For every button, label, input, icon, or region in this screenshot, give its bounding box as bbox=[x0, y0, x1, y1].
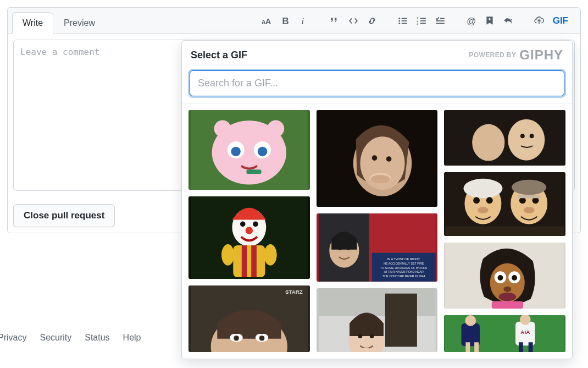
gif-thumbnail[interactable] bbox=[317, 288, 438, 352]
bold-icon[interactable]: B bbox=[278, 14, 292, 28]
heading-icon[interactable]: AA bbox=[259, 14, 274, 28]
svg-text:B: B bbox=[282, 16, 289, 26]
svg-point-54 bbox=[370, 175, 390, 183]
svg-rect-8 bbox=[401, 20, 407, 21]
svg-rect-104 bbox=[466, 342, 470, 352]
svg-point-4 bbox=[398, 18, 400, 19]
svg-point-31 bbox=[240, 222, 246, 227]
mention-icon[interactable]: @ bbox=[464, 14, 478, 28]
footer-security[interactable]: Security bbox=[40, 333, 71, 343]
tab-preview[interactable]: Preview bbox=[53, 12, 106, 34]
svg-point-26 bbox=[214, 120, 231, 137]
svg-point-27 bbox=[267, 120, 284, 137]
svg-rect-34 bbox=[233, 245, 265, 277]
gif-thumbnail[interactable] bbox=[444, 243, 565, 309]
svg-rect-109 bbox=[519, 342, 523, 352]
gif-thumbnail[interactable] bbox=[444, 172, 565, 236]
svg-point-76 bbox=[520, 134, 525, 138]
svg-rect-88 bbox=[518, 195, 540, 198]
svg-point-75 bbox=[508, 119, 545, 161]
reference-icon[interactable] bbox=[482, 14, 497, 28]
svg-point-44 bbox=[234, 336, 239, 341]
svg-point-33 bbox=[246, 227, 253, 234]
tab-write[interactable]: Write bbox=[12, 12, 53, 34]
svg-rect-36 bbox=[251, 245, 257, 277]
italic-icon[interactable]: i bbox=[297, 14, 311, 28]
gif-thumbnail[interactable] bbox=[444, 110, 565, 166]
svg-rect-47 bbox=[254, 331, 269, 334]
gif-thumbnail[interactable] bbox=[188, 110, 310, 190]
site-footer: Privacy Security Status Help bbox=[0, 333, 141, 343]
task-list-icon[interactable] bbox=[433, 14, 447, 28]
gif-thumbnail[interactable]: STARZ bbox=[188, 285, 310, 352]
svg-text:AT FAIR HAVEN POND NEAR: AT FAIR HAVEN POND NEAR bbox=[384, 270, 423, 273]
svg-point-97 bbox=[512, 275, 517, 281]
svg-point-99 bbox=[499, 292, 517, 301]
upload-icon[interactable] bbox=[532, 14, 546, 28]
formatting-toolbar: AA B i 123 @ bbox=[259, 14, 576, 32]
svg-rect-110 bbox=[529, 342, 533, 352]
svg-rect-46 bbox=[229, 331, 244, 334]
svg-text:3: 3 bbox=[417, 21, 418, 25]
svg-point-98 bbox=[504, 287, 512, 292]
svg-rect-28 bbox=[246, 169, 261, 174]
svg-point-89 bbox=[524, 207, 535, 213]
gif-thumbnail[interactable] bbox=[188, 196, 310, 279]
footer-status[interactable]: Status bbox=[85, 333, 109, 343]
gif-thumbnail[interactable] bbox=[317, 110, 438, 207]
link-icon[interactable] bbox=[365, 14, 379, 28]
gif-button[interactable]: GIF bbox=[551, 15, 570, 26]
svg-point-82 bbox=[486, 197, 493, 204]
svg-text:i: i bbox=[301, 16, 304, 26]
bullet-list-icon[interactable] bbox=[396, 14, 410, 28]
giphy-attribution: POWERED BY GIPHY bbox=[469, 47, 563, 63]
svg-text:AIA: AIA bbox=[521, 328, 530, 334]
code-icon[interactable] bbox=[346, 14, 360, 28]
svg-rect-68 bbox=[385, 294, 417, 347]
svg-point-51 bbox=[371, 155, 377, 161]
svg-text:A: A bbox=[265, 17, 271, 25]
gif-thumbnail[interactable]: IN A TWIST OF IRONY,HE ACCIDENTALLY SET … bbox=[317, 213, 438, 282]
svg-point-83 bbox=[478, 207, 489, 213]
svg-point-37 bbox=[221, 244, 234, 266]
svg-point-81 bbox=[474, 197, 480, 204]
svg-rect-15 bbox=[420, 23, 425, 24]
svg-point-45 bbox=[259, 336, 265, 341]
svg-point-6 bbox=[398, 23, 400, 24]
svg-rect-18 bbox=[436, 23, 445, 24]
tabs: Write Preview bbox=[12, 12, 106, 34]
svg-text:THE CONCORD RIVER IN 1844: THE CONCORD RIVER IN 1844 bbox=[382, 274, 425, 278]
reply-icon[interactable] bbox=[501, 14, 515, 28]
svg-rect-90 bbox=[445, 226, 564, 236]
numbered-list-icon[interactable]: 123 bbox=[414, 14, 429, 28]
svg-rect-17 bbox=[436, 20, 445, 21]
svg-point-85 bbox=[512, 179, 546, 195]
gif-search-input[interactable] bbox=[190, 70, 564, 96]
svg-text:STARZ: STARZ bbox=[285, 289, 303, 295]
gif-search-wrap bbox=[182, 68, 572, 103]
powered-by-label: POWERED BY bbox=[469, 51, 516, 59]
footer-help[interactable]: Help bbox=[123, 333, 141, 343]
close-pull-request-button[interactable]: Close pull request bbox=[13, 204, 115, 227]
svg-point-52 bbox=[386, 156, 391, 162]
svg-rect-67 bbox=[319, 288, 436, 316]
svg-text:TO SOME 300 ACRES OF WOODS: TO SOME 300 ACRES OF WOODS bbox=[380, 266, 428, 270]
quote-icon[interactable] bbox=[328, 14, 342, 28]
svg-point-25 bbox=[258, 147, 267, 156]
footer-privacy[interactable]: Privacy bbox=[0, 333, 26, 343]
svg-rect-16 bbox=[440, 18, 445, 19]
gif-thumbnail[interactable]: AIA bbox=[444, 315, 565, 352]
svg-rect-14 bbox=[420, 20, 425, 21]
svg-point-103 bbox=[465, 315, 476, 326]
svg-rect-73 bbox=[445, 110, 564, 166]
svg-text:IN A TWIST OF IRONY,: IN A TWIST OF IRONY, bbox=[387, 257, 420, 261]
svg-point-71 bbox=[369, 334, 374, 338]
gif-picker-header: Select a GIF POWERED BY GIPHY bbox=[182, 41, 572, 68]
svg-rect-13 bbox=[420, 18, 425, 19]
gif-picker-title: Select a GIF bbox=[191, 50, 247, 61]
svg-point-24 bbox=[231, 147, 240, 156]
giphy-logo: GIPHY bbox=[519, 47, 563, 63]
svg-rect-105 bbox=[475, 342, 479, 352]
svg-point-32 bbox=[253, 222, 258, 227]
svg-point-38 bbox=[264, 244, 276, 266]
